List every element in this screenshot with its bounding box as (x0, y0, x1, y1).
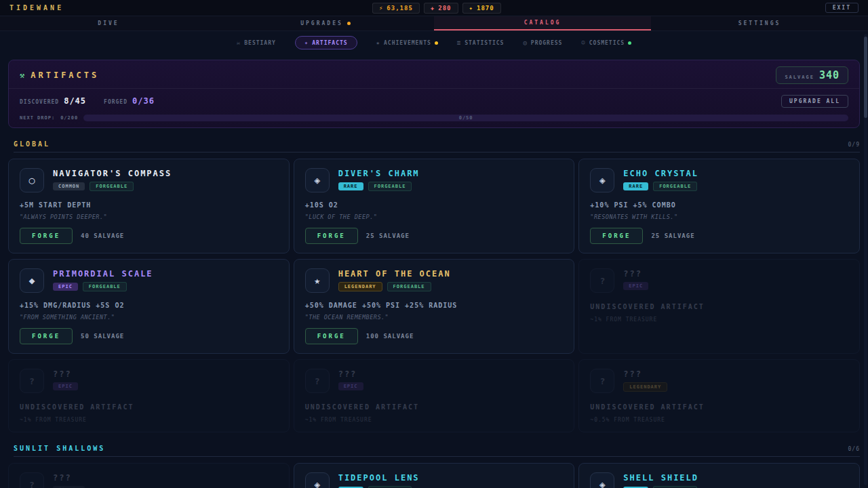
artifact-effect: +50% DAMAGE +50% PSI +25% RADIUS (305, 302, 564, 309)
statistics-icon: ≡ (457, 39, 461, 46)
artifact-icon-box: ? (305, 369, 330, 393)
plus-icon: ✚ (431, 5, 435, 12)
rarity-badge: LEGENDARY (338, 282, 382, 291)
badge-row: LEGENDARYFORGEABLE (338, 282, 451, 291)
card-top: ◈DIVER'S CHARMRAREFORGEABLE (305, 168, 564, 192)
subnav-item-bestiary[interactable]: ☠BESTIARY (237, 39, 276, 46)
tab-label: DIVE (98, 20, 119, 26)
discovered-stat: DISCOVERED 8/45 (20, 96, 86, 106)
question-icon: ? (315, 376, 320, 386)
card-head: ???EPIC (338, 369, 363, 390)
section-title: GLOBAL (14, 140, 50, 148)
sections: GLOBAL0/9○NAVIGATOR'S COMPASSCOMMONFORGE… (8, 140, 860, 488)
drop-hint: ~1% FROM TREASURE (20, 417, 278, 423)
rarity-badge: RARE (623, 182, 648, 190)
rarity-badge: RARE (338, 182, 363, 190)
artifact-card: ○NAVIGATOR'S COMPASSCOMMONFORGEABLE+5M S… (8, 159, 290, 253)
card-grid: ○NAVIGATOR'S COMPASSCOMMONFORGEABLE+5M S… (8, 159, 860, 432)
subnav-label: ARTIFACTS (312, 40, 347, 46)
card-top: ★HEART OF THE OCEANLEGENDARYFORGEABLE (305, 268, 564, 293)
artifacts-summary-panel: ⚒ ARTIFACTS SALVAGE 340 DISCOVERED 8/45 … (8, 60, 860, 128)
card-head: PRIMORDIAL SCALEEPICFORGEABLE (53, 268, 153, 291)
artifacts-icon: ✦ (304, 39, 309, 46)
subnav-item-achievements[interactable]: ★ACHIEVEMENTS (376, 39, 438, 46)
forged-value: 0/36 (132, 96, 155, 106)
next-drop-value: 0/200 (60, 115, 78, 121)
progress-icon: ◎ (523, 39, 527, 46)
exit-button[interactable]: EXIT (825, 3, 859, 13)
artifact-icon-box: ? (20, 472, 44, 488)
panel-title-wrap: ⚒ ARTIFACTS (20, 70, 99, 80)
drop-hint: ~1% FROM TREASURE (590, 317, 848, 323)
panel-header: ⚒ ARTIFACTS SALVAGE 340 (20, 66, 848, 84)
forge-row: FORGE40 SALVAGE (20, 228, 278, 244)
main-tab-bar: DIVEUPGRADESCATALOGSETTINGS (0, 16, 868, 31)
scrollbar-track[interactable] (864, 34, 867, 485)
currency-bar: ⚡63,185✚280✦1870 (372, 3, 501, 14)
tab-catalog[interactable]: CATALOG (434, 16, 651, 30)
tab-dive[interactable]: DIVE (0, 16, 217, 30)
panel-stats: DISCOVERED 8/45 FORGED 0/36 UPGRADE ALL (20, 94, 848, 108)
forge-button[interactable]: FORGE (590, 228, 643, 244)
undiscovered-label: UNDISCOVERED ARTIFACT (305, 403, 564, 411)
scrollbar-thumb[interactable] (864, 37, 867, 118)
forgeable-badge: FORGEABLE (653, 182, 697, 191)
currency-value: 63,185 (387, 5, 413, 12)
badge-row: EPIC (338, 382, 363, 390)
section-count: 0/9 (848, 142, 860, 148)
card-head: SHELL SHIELDRAREFORGEABLE (623, 472, 698, 488)
drop-hint: ~0.5% FROM TREASURE (590, 417, 848, 423)
artifact-effect: +5M START DEPTH (20, 201, 278, 209)
subnav-item-artifacts[interactable]: ✦ARTIFACTS (295, 36, 357, 49)
artifact-effect: +15% DMG/RADIUS +5S O2 (20, 302, 278, 309)
bestiary-icon: ☠ (237, 39, 241, 46)
card-top: ????EPIC (20, 369, 278, 393)
card-head: TIDEPOOL LENSRAREFORGEABLE (338, 472, 420, 488)
artifact-title: ??? (623, 269, 648, 279)
card-head: HEART OF THE OCEANLEGENDARYFORGEABLE (338, 268, 451, 291)
subnav-item-progress[interactable]: ◎PROGRESS (523, 39, 562, 46)
card-head: ECHO CRYSTALRAREFORGEABLE (623, 168, 698, 191)
card-top: ????COMMON (20, 472, 278, 488)
forged-label: FORGED (104, 99, 127, 105)
game-title: TIDEWANE (9, 4, 64, 12)
artifact-title: DIVER'S CHARM (338, 169, 420, 178)
card-head: ???COMMON (53, 472, 85, 488)
forge-button[interactable]: FORGE (20, 328, 73, 344)
forge-row: FORGE25 SALVAGE (590, 228, 848, 244)
salvage-value: 340 (819, 69, 840, 81)
forge-button[interactable]: FORGE (305, 228, 358, 244)
rarity-badge: COMMON (53, 182, 85, 190)
tab-label: SETTINGS (738, 20, 781, 26)
next-drop-label: NEXT DROP: (20, 115, 55, 121)
question-icon: ? (599, 276, 605, 286)
subnav-item-cosmetics[interactable]: ☺COSMETICS (581, 39, 631, 46)
card-head: DIVER'S CHARMRAREFORGEABLE (338, 168, 420, 191)
forge-button[interactable]: FORGE (20, 228, 73, 244)
undiscovered-artifact-card: ????COMMONUNDISCOVERED ARTIFACT~5% FROM … (8, 463, 290, 488)
subnav-item-statistics[interactable]: ≡STATISTICS (457, 39, 505, 46)
undiscovered-label: UNDISCOVERED ARTIFACT (590, 403, 848, 411)
discovered-label: DISCOVERED (20, 99, 59, 105)
tab-settings[interactable]: SETTINGS (651, 16, 868, 30)
panel-divider (9, 88, 859, 89)
badge-row: COMMONFORGEABLE (53, 182, 172, 191)
artifact-title: HEART OF THE OCEAN (338, 269, 451, 279)
undiscovered-artifact-card: ????EPICUNDISCOVERED ARTIFACT~1% FROM TR… (8, 359, 290, 432)
salvage-label: SALVAGE (785, 75, 814, 80)
subnav-label: BESTIARY (244, 40, 276, 46)
card-top: ????EPIC (590, 268, 848, 293)
forge-button[interactable]: FORGE (305, 328, 358, 344)
artifact-card: ◈TIDEPOOL LENSRAREFORGEABLE+10% TREASURE… (294, 463, 575, 488)
artifact-icon-box: ◈ (305, 472, 330, 488)
badge-row: LEGENDARY (623, 382, 667, 392)
upgrade-all-button[interactable]: UPGRADE ALL (781, 95, 848, 108)
tab-label: UPGRADES (300, 20, 343, 26)
spark-icon: ✦ (469, 5, 473, 12)
panel-title: ARTIFACTS (31, 70, 99, 80)
artifact-title: ??? (338, 369, 363, 379)
section-count: 0/6 (848, 446, 860, 452)
star-icon: ★ (314, 274, 320, 287)
tab-upgrades[interactable]: UPGRADES (217, 16, 434, 30)
artifact-card: ◆PRIMORDIAL SCALEEPICFORGEABLE+15% DMG/R… (8, 259, 290, 354)
